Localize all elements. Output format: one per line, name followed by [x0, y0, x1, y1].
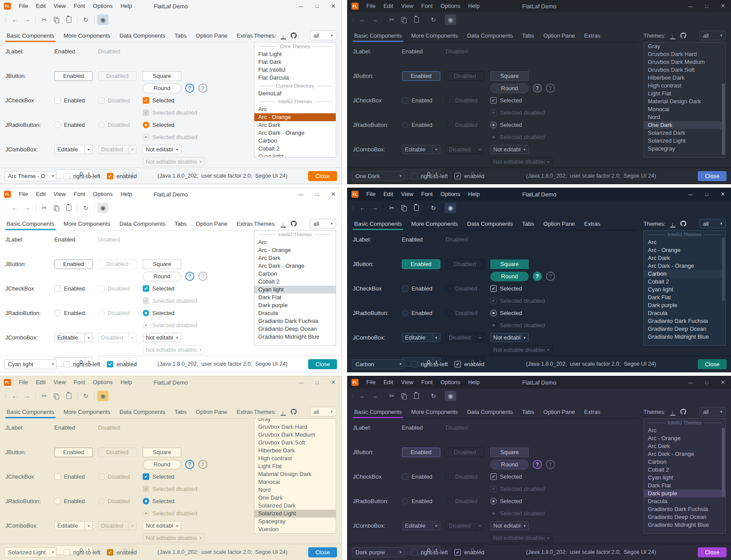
- theme-list-item-arc-dark[interactable]: Arc Dark: [254, 121, 336, 129]
- jbutton-enabled[interactable]: Enabled: [54, 71, 93, 81]
- menu-view[interactable]: View: [397, 188, 417, 200]
- theme-list-item-arc-dark[interactable]: Arc Dark: [254, 254, 336, 262]
- menu-view[interactable]: View: [397, 376, 417, 388]
- theme-list-item-cobalt-2[interactable]: Cobalt 2: [644, 278, 725, 286]
- theme-list-item-arc-orange[interactable]: Arc - Orange: [254, 246, 336, 254]
- tab-basic-components[interactable]: Basic Components: [353, 405, 403, 418]
- scrollbar-thumb[interactable]: [722, 428, 725, 497]
- checkbox-selected[interactable]: ✔Selected: [490, 284, 536, 293]
- theme-list-item-flat-dark[interactable]: Flat Dark: [254, 58, 336, 66]
- theme-list-item-arc[interactable]: Arc: [644, 427, 725, 434]
- theme-list-item-gruvbox-dark-medium[interactable]: Gruvbox Dark Medium: [644, 58, 725, 66]
- tab-option-pane[interactable]: Option Pane: [542, 217, 576, 230]
- radio-selected[interactable]: Selected: [490, 120, 536, 130]
- tab-more-components[interactable]: More Components: [410, 405, 459, 418]
- jbutton-enabled[interactable]: Enabled: [402, 71, 440, 81]
- show-hints-icon[interactable]: ◉: [445, 14, 456, 25]
- github-icon[interactable]: [680, 408, 687, 415]
- radio-enabled[interactable]: Enabled: [402, 120, 446, 130]
- theme-list-item-gray[interactable]: Gray: [644, 42, 725, 50]
- theme-list-item-carbon[interactable]: Carbon: [254, 270, 336, 278]
- enabled-checkbox[interactable]: ✔ enabled: [454, 549, 484, 556]
- refresh-icon[interactable]: ↻: [428, 391, 439, 401]
- jbutton-square[interactable]: Square: [490, 71, 529, 81]
- theme-list-item-light-flat[interactable]: Light Flat: [254, 462, 336, 470]
- copy-icon[interactable]: [51, 14, 62, 25]
- menu-view[interactable]: View: [397, 0, 417, 12]
- menu-options[interactable]: Options: [89, 0, 116, 12]
- close-button[interactable]: Close: [308, 547, 337, 557]
- theme-list-item-demolaf[interactable]: DemoLaf: [254, 90, 336, 98]
- menu-view[interactable]: View: [49, 188, 70, 200]
- jcombobox-not-editable[interactable]: Not editable▾: [143, 521, 181, 530]
- minimize-button[interactable]: —: [293, 376, 309, 388]
- theme-list-item-nord[interactable]: Nord: [254, 486, 336, 494]
- refresh-icon[interactable]: ↻: [80, 14, 91, 25]
- menu-view[interactable]: View: [49, 0, 70, 12]
- github-icon[interactable]: [290, 408, 297, 415]
- copy-icon[interactable]: [398, 203, 410, 213]
- theme-list-item-dracula[interactable]: Dracula: [254, 309, 336, 317]
- toolbar-drag-handle-icon[interactable]: ⋮: [3, 393, 8, 399]
- refresh-icon[interactable]: ↻: [80, 203, 91, 213]
- tab-more-components[interactable]: More Components: [62, 217, 112, 230]
- download-icon[interactable]: ↓: [670, 32, 676, 39]
- theme-filter-dropdown[interactable]: all ▾: [310, 407, 336, 416]
- right-to-left-checkbox[interactable]: right-to-left: [63, 173, 100, 179]
- close-button[interactable]: Close: [308, 171, 337, 181]
- minimize-button[interactable]: —: [682, 376, 699, 388]
- close-button[interactable]: Close: [308, 359, 337, 369]
- minimize-button[interactable]: —: [293, 0, 309, 12]
- forward-icon[interactable]: →: [21, 14, 33, 25]
- refresh-icon[interactable]: ↻: [428, 14, 439, 25]
- back-icon[interactable]: ←: [9, 391, 21, 401]
- tab-extras[interactable]: Extras: [235, 217, 254, 230]
- checkbox-enabled[interactable]: Enabled: [402, 96, 446, 105]
- close-button[interactable]: Close: [698, 359, 727, 369]
- menu-options[interactable]: Options: [436, 0, 464, 12]
- help-button[interactable]: ?: [185, 460, 194, 469]
- theme-filter-dropdown[interactable]: all ▾: [699, 407, 726, 416]
- checkbox-enabled[interactable]: Enabled: [402, 472, 446, 481]
- help-button[interactable]: ?: [533, 272, 542, 281]
- menu-file[interactable]: File: [15, 188, 32, 200]
- theme-list-item-solarized-dark[interactable]: Solarized Dark: [644, 129, 725, 137]
- maximize-button[interactable]: □: [699, 188, 715, 200]
- jbutton-enabled[interactable]: Enabled: [402, 259, 440, 269]
- toolbar-drag-handle-icon[interactable]: ⋮: [351, 17, 355, 23]
- tab-basic-components[interactable]: Basic Components: [5, 29, 56, 42]
- tab-basic-components[interactable]: Basic Components: [353, 29, 403, 42]
- back-icon[interactable]: ←: [9, 203, 21, 213]
- theme-list-item-one-dark[interactable]: One Dark: [644, 121, 725, 129]
- theme-filter-dropdown[interactable]: all ▾: [310, 219, 336, 228]
- download-icon[interactable]: ↓: [670, 409, 676, 415]
- menu-edit[interactable]: Edit: [32, 376, 49, 388]
- forward-icon[interactable]: →: [21, 391, 33, 401]
- show-hints-icon[interactable]: ◉: [97, 203, 109, 213]
- theme-list-item-material-design-dark[interactable]: Material Design Dark: [254, 470, 336, 478]
- jbutton-square[interactable]: Square: [143, 448, 181, 457]
- menu-options[interactable]: Options: [436, 376, 464, 388]
- checkbox-selected[interactable]: ✔Selected: [143, 284, 188, 293]
- cut-icon[interactable]: ✂: [39, 391, 50, 401]
- show-hints-icon[interactable]: ◉: [97, 14, 109, 25]
- theme-list-item-solarized-light[interactable]: Solarized Light: [644, 137, 725, 145]
- checkbox-selected[interactable]: ✔Selected: [490, 472, 536, 481]
- theme-list-item-carbon[interactable]: Carbon: [644, 458, 725, 466]
- paste-icon[interactable]: [63, 14, 74, 25]
- theme-list-item-arc-dark-orange[interactable]: Arc Dark - Orange: [644, 450, 725, 458]
- menu-file[interactable]: File: [362, 188, 380, 200]
- show-hints-icon[interactable]: ◉: [445, 391, 456, 401]
- theme-list-item-dark-flat[interactable]: Dark Flat: [254, 294, 336, 301]
- menu-font[interactable]: Font: [70, 188, 89, 200]
- theme-list-item-spacegray[interactable]: Spacegray: [254, 518, 336, 525]
- maximize-button[interactable]: □: [309, 0, 325, 12]
- enabled-checkbox[interactable]: ✔ enabled: [107, 361, 137, 368]
- theme-list-item-arc-dark-orange[interactable]: Arc Dark - Orange: [254, 129, 336, 137]
- theme-list-item-dark-flat[interactable]: Dark Flat: [644, 482, 725, 490]
- theme-list-item-cyan-light[interactable]: Cyan light: [644, 474, 725, 482]
- tab-more-components[interactable]: More Components: [62, 405, 112, 418]
- theme-list-item-gradianto-deep-ocean[interactable]: Gradianto Deep Ocean: [254, 325, 336, 333]
- theme-list-item-gradianto-deep-ocean[interactable]: Gradianto Deep Ocean: [644, 325, 725, 333]
- menu-font[interactable]: Font: [70, 376, 89, 388]
